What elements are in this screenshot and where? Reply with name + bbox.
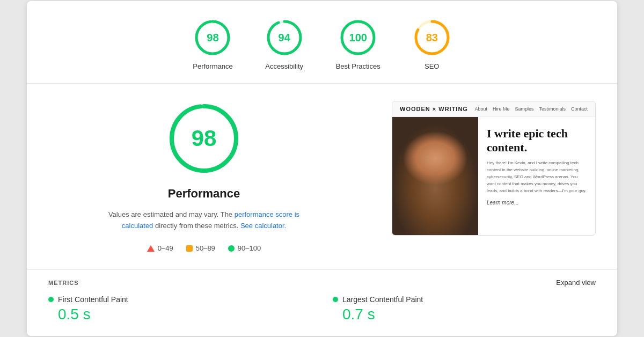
metric-name-row-fcp: First Contentful Paint <box>48 295 311 304</box>
circle-green-icon <box>228 245 235 252</box>
score-value-best-practices: 100 <box>349 31 367 43</box>
score-value-accessibility: 94 <box>279 31 290 43</box>
score-item-seo[interactable]: 83 SEO <box>413 18 451 70</box>
score-circle-seo: 83 <box>413 18 451 57</box>
legend-range-green: 90–100 <box>238 244 261 252</box>
preview-face-image <box>392 117 478 235</box>
description-text: Values are estimated and may vary. The p… <box>102 209 306 232</box>
metric-value-lcp: 0.7 s <box>333 306 596 323</box>
triangle-icon <box>147 245 155 252</box>
preview-nav: WOODEN × WRITING About Hire Me Samples T… <box>392 101 595 117</box>
score-label-performance: Performance <box>193 62 232 70</box>
preview-photo <box>392 117 478 235</box>
metric-value-fcp: 0.5 s <box>48 306 311 323</box>
preview-nav-links: About Hire Me Samples Testimonials Conta… <box>474 106 588 112</box>
score-circle-performance: 98 <box>193 18 232 57</box>
legend: 0–49 50–89 90–100 <box>147 244 261 252</box>
main-content: 98 Performance Values are estimated and … <box>27 84 617 270</box>
right-panel: WOODEN × WRITING About Hire Me Samples T… <box>392 101 596 253</box>
calculator-link[interactable]: See calculator. <box>240 222 286 230</box>
preview-body-text: Hey there! I'm Kevin, and I write compel… <box>487 160 587 194</box>
metrics-section: METRICS Expand view First Contentful Pai… <box>27 269 617 336</box>
score-circle-accessibility: 94 <box>265 18 304 57</box>
score-label-best-practices: Best Practices <box>336 62 380 70</box>
main-card: 98 Performance 94 Accessibility 10 <box>27 1 617 336</box>
nav-link-about: About <box>474 106 487 112</box>
legend-item-orange: 50–89 <box>186 244 215 252</box>
metric-item-lcp: Largest Contentful Paint 0.7 s <box>333 295 596 323</box>
score-item-accessibility[interactable]: 94 Accessibility <box>265 18 304 70</box>
score-value-performance: 98 <box>207 31 218 43</box>
nav-link-hireme: Hire Me <box>493 106 510 112</box>
score-value-seo: 83 <box>426 31 438 43</box>
nav-link-testimonials: Testimonials <box>539 106 566 112</box>
metric-name-fcp: First Contentful Paint <box>58 295 128 304</box>
legend-item-green: 90–100 <box>228 244 261 252</box>
metrics-title: METRICS <box>48 280 79 286</box>
score-item-performance[interactable]: 98 Performance <box>193 18 232 70</box>
preview-cta: Learn more... <box>487 200 587 206</box>
nav-link-samples: Samples <box>515 106 533 112</box>
metric-dot-lcp <box>333 297 338 302</box>
preview-body: I write epic tech content. Hey there! I'… <box>392 117 595 235</box>
metrics-grid: First Contentful Paint 0.5 s Largest Con… <box>48 295 596 323</box>
preview-frame: WOODEN × WRITING About Hire Me Samples T… <box>392 101 596 236</box>
description-prefix: Values are estimated and may vary. The <box>108 210 235 218</box>
big-score-circle: 98 <box>166 101 241 176</box>
nav-link-contact: Contact <box>571 106 588 112</box>
left-panel: 98 Performance Values are estimated and … <box>48 101 360 253</box>
preview-text-area: I write epic tech content. Hey there! I'… <box>478 117 595 235</box>
big-score-label: Performance <box>168 187 240 201</box>
square-orange-icon <box>186 245 193 252</box>
metric-name-lcp: Largest Contentful Paint <box>342 295 423 304</box>
score-label-accessibility: Accessibility <box>265 62 303 70</box>
score-item-best-practices[interactable]: 100 Best Practices <box>336 18 380 70</box>
legend-range-orange: 50–89 <box>196 244 215 252</box>
legend-item-red: 0–49 <box>147 244 173 252</box>
scores-section: 98 Performance 94 Accessibility 10 <box>27 1 617 84</box>
metric-name-row-lcp: Largest Contentful Paint <box>333 295 596 304</box>
metric-item-fcp: First Contentful Paint 0.5 s <box>48 295 311 323</box>
big-score-value: 98 <box>192 126 217 151</box>
description-mid: directly from these metrics. <box>153 222 240 230</box>
preview-headline: I write epic tech content. <box>487 127 587 155</box>
metrics-header: METRICS Expand view <box>48 279 596 287</box>
score-circle-best-practices: 100 <box>339 18 377 57</box>
preview-logo: WOODEN × WRITING <box>400 106 468 112</box>
legend-range-red: 0–49 <box>158 244 173 252</box>
metric-dot-fcp <box>48 297 54 302</box>
score-label-seo: SEO <box>425 62 439 70</box>
expand-view-button[interactable]: Expand view <box>556 279 596 287</box>
